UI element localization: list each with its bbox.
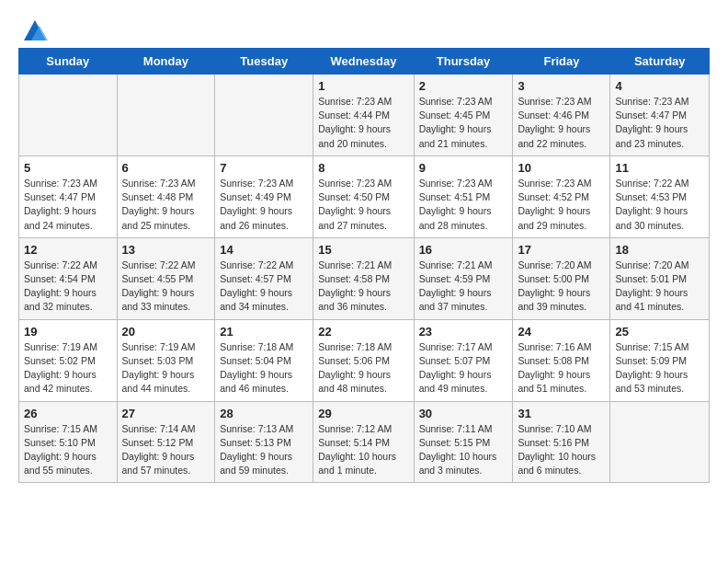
day-number: 6 bbox=[122, 161, 210, 175]
day-number: 19 bbox=[24, 325, 112, 339]
day-number: 26 bbox=[24, 407, 112, 420]
day-number: 25 bbox=[615, 325, 704, 339]
day-number: 28 bbox=[220, 407, 308, 420]
weekday-header-tuesday: Tuesday bbox=[215, 49, 313, 75]
calendar-cell: 15Sunrise: 7:21 AMSunset: 4:58 PMDayligh… bbox=[313, 237, 414, 319]
day-info: Sunrise: 7:17 AMSunset: 5:07 PMDaylight:… bbox=[419, 340, 508, 396]
day-number: 4 bbox=[615, 79, 704, 93]
weekday-header-thursday: Thursday bbox=[414, 49, 513, 75]
day-number: 11 bbox=[615, 161, 704, 175]
calendar-cell: 29Sunrise: 7:12 AMSunset: 5:14 PMDayligh… bbox=[313, 401, 414, 483]
day-number: 20 bbox=[122, 325, 210, 339]
day-info: Sunrise: 7:18 AMSunset: 5:06 PMDaylight:… bbox=[318, 340, 408, 396]
calendar-week-4: 26Sunrise: 7:15 AMSunset: 5:10 PMDayligh… bbox=[19, 401, 710, 483]
day-number: 15 bbox=[318, 243, 408, 257]
calendar-cell bbox=[610, 401, 710, 483]
weekday-header-friday: Friday bbox=[513, 49, 610, 75]
calendar-week-1: 5Sunrise: 7:23 AMSunset: 4:47 PMDaylight… bbox=[19, 155, 710, 237]
day-number: 9 bbox=[419, 161, 508, 175]
calendar-cell: 24Sunrise: 7:16 AMSunset: 5:08 PMDayligh… bbox=[513, 319, 610, 401]
calendar-cell: 23Sunrise: 7:17 AMSunset: 5:07 PMDayligh… bbox=[414, 319, 513, 401]
day-number: 14 bbox=[220, 243, 308, 257]
weekday-header-monday: Monday bbox=[117, 49, 215, 75]
day-info: Sunrise: 7:14 AMSunset: 5:12 PMDaylight:… bbox=[122, 422, 210, 478]
calendar-cell: 26Sunrise: 7:15 AMSunset: 5:10 PMDayligh… bbox=[19, 401, 118, 483]
day-info: Sunrise: 7:23 AMSunset: 4:47 PMDaylight:… bbox=[24, 177, 112, 233]
day-number: 8 bbox=[318, 161, 408, 175]
calendar-cell bbox=[117, 75, 215, 156]
day-number: 22 bbox=[318, 325, 408, 339]
calendar-cell: 13Sunrise: 7:22 AMSunset: 4:55 PMDayligh… bbox=[117, 237, 215, 319]
calendar-cell: 12Sunrise: 7:22 AMSunset: 4:54 PMDayligh… bbox=[19, 237, 118, 319]
day-info: Sunrise: 7:23 AMSunset: 4:45 PMDaylight:… bbox=[419, 95, 508, 151]
day-info: Sunrise: 7:23 AMSunset: 4:51 PMDaylight:… bbox=[419, 177, 508, 233]
day-info: Sunrise: 7:11 AMSunset: 5:15 PMDaylight:… bbox=[419, 422, 508, 478]
day-info: Sunrise: 7:15 AMSunset: 5:10 PMDaylight:… bbox=[24, 422, 112, 478]
calendar-cell: 20Sunrise: 7:19 AMSunset: 5:03 PMDayligh… bbox=[117, 319, 215, 401]
day-info: Sunrise: 7:22 AMSunset: 4:57 PMDaylight:… bbox=[220, 259, 308, 315]
day-number: 18 bbox=[615, 243, 704, 257]
day-number: 13 bbox=[122, 243, 210, 257]
calendar-table: SundayMondayTuesdayWednesdayThursdayFrid… bbox=[18, 48, 710, 483]
day-number: 29 bbox=[318, 407, 408, 420]
day-number: 1 bbox=[318, 79, 408, 93]
day-info: Sunrise: 7:23 AMSunset: 4:47 PMDaylight:… bbox=[615, 95, 704, 151]
day-number: 16 bbox=[419, 243, 508, 257]
calendar-week-0: 1Sunrise: 7:23 AMSunset: 4:44 PMDaylight… bbox=[19, 75, 710, 156]
calendar-cell: 22Sunrise: 7:18 AMSunset: 5:06 PMDayligh… bbox=[313, 319, 414, 401]
calendar-cell: 27Sunrise: 7:14 AMSunset: 5:12 PMDayligh… bbox=[117, 401, 215, 483]
calendar-cell: 18Sunrise: 7:20 AMSunset: 5:01 PMDayligh… bbox=[610, 237, 710, 319]
day-info: Sunrise: 7:23 AMSunset: 4:52 PMDaylight:… bbox=[518, 177, 605, 233]
calendar-cell bbox=[19, 75, 118, 156]
calendar-cell: 8Sunrise: 7:23 AMSunset: 4:50 PMDaylight… bbox=[313, 155, 414, 237]
calendar-cell: 3Sunrise: 7:23 AMSunset: 4:46 PMDaylight… bbox=[513, 75, 610, 156]
calendar-week-2: 12Sunrise: 7:22 AMSunset: 4:54 PMDayligh… bbox=[19, 237, 710, 319]
day-number: 23 bbox=[419, 325, 508, 339]
day-info: Sunrise: 7:23 AMSunset: 4:50 PMDaylight:… bbox=[318, 177, 408, 233]
calendar-cell: 16Sunrise: 7:21 AMSunset: 4:59 PMDayligh… bbox=[414, 237, 513, 319]
logo bbox=[18, 17, 48, 39]
calendar-cell: 6Sunrise: 7:23 AMSunset: 4:48 PMDaylight… bbox=[117, 155, 215, 237]
day-number: 3 bbox=[518, 79, 605, 93]
calendar-cell: 25Sunrise: 7:15 AMSunset: 5:09 PMDayligh… bbox=[610, 319, 710, 401]
day-info: Sunrise: 7:22 AMSunset: 4:54 PMDaylight:… bbox=[24, 259, 112, 315]
calendar-cell: 4Sunrise: 7:23 AMSunset: 4:47 PMDaylight… bbox=[610, 75, 710, 156]
calendar-cell: 7Sunrise: 7:23 AMSunset: 4:49 PMDaylight… bbox=[215, 155, 313, 237]
day-number: 30 bbox=[419, 407, 508, 420]
calendar-cell: 9Sunrise: 7:23 AMSunset: 4:51 PMDaylight… bbox=[414, 155, 513, 237]
calendar-cell: 5Sunrise: 7:23 AMSunset: 4:47 PMDaylight… bbox=[19, 155, 118, 237]
day-info: Sunrise: 7:16 AMSunset: 5:08 PMDaylight:… bbox=[518, 340, 605, 396]
day-info: Sunrise: 7:23 AMSunset: 4:44 PMDaylight:… bbox=[318, 95, 408, 151]
calendar-cell bbox=[215, 75, 313, 156]
day-number: 17 bbox=[518, 243, 605, 257]
calendar-week-3: 19Sunrise: 7:19 AMSunset: 5:02 PMDayligh… bbox=[19, 319, 710, 401]
day-number: 10 bbox=[518, 161, 605, 175]
day-number: 21 bbox=[220, 325, 308, 339]
calendar-cell: 28Sunrise: 7:13 AMSunset: 5:13 PMDayligh… bbox=[215, 401, 313, 483]
day-number: 27 bbox=[122, 407, 210, 420]
calendar-cell: 17Sunrise: 7:20 AMSunset: 5:00 PMDayligh… bbox=[513, 237, 610, 319]
day-info: Sunrise: 7:23 AMSunset: 4:46 PMDaylight:… bbox=[518, 95, 605, 151]
day-info: Sunrise: 7:22 AMSunset: 4:53 PMDaylight:… bbox=[615, 177, 704, 233]
calendar-cell: 14Sunrise: 7:22 AMSunset: 4:57 PMDayligh… bbox=[215, 237, 313, 319]
calendar-cell: 31Sunrise: 7:10 AMSunset: 5:16 PMDayligh… bbox=[513, 401, 610, 483]
calendar-cell: 2Sunrise: 7:23 AMSunset: 4:45 PMDaylight… bbox=[414, 75, 513, 156]
calendar-cell: 21Sunrise: 7:18 AMSunset: 5:04 PMDayligh… bbox=[215, 319, 313, 401]
weekday-header-saturday: Saturday bbox=[610, 49, 710, 75]
day-number: 31 bbox=[518, 407, 605, 420]
day-number: 7 bbox=[220, 161, 308, 175]
day-info: Sunrise: 7:15 AMSunset: 5:09 PMDaylight:… bbox=[615, 340, 704, 396]
day-info: Sunrise: 7:19 AMSunset: 5:03 PMDaylight:… bbox=[122, 340, 210, 396]
weekday-header-wednesday: Wednesday bbox=[313, 49, 414, 75]
day-info: Sunrise: 7:21 AMSunset: 4:58 PMDaylight:… bbox=[318, 259, 408, 315]
header bbox=[18, 17, 710, 39]
day-info: Sunrise: 7:22 AMSunset: 4:55 PMDaylight:… bbox=[122, 259, 210, 315]
day-info: Sunrise: 7:20 AMSunset: 5:00 PMDaylight:… bbox=[518, 259, 605, 315]
weekday-header-row: SundayMondayTuesdayWednesdayThursdayFrid… bbox=[19, 49, 710, 75]
calendar-cell: 19Sunrise: 7:19 AMSunset: 5:02 PMDayligh… bbox=[19, 319, 118, 401]
day-info: Sunrise: 7:20 AMSunset: 5:01 PMDaylight:… bbox=[615, 259, 704, 315]
day-info: Sunrise: 7:21 AMSunset: 4:59 PMDaylight:… bbox=[419, 259, 508, 315]
calendar-cell: 30Sunrise: 7:11 AMSunset: 5:15 PMDayligh… bbox=[414, 401, 513, 483]
day-number: 12 bbox=[24, 243, 112, 257]
day-info: Sunrise: 7:19 AMSunset: 5:02 PMDaylight:… bbox=[24, 340, 112, 396]
